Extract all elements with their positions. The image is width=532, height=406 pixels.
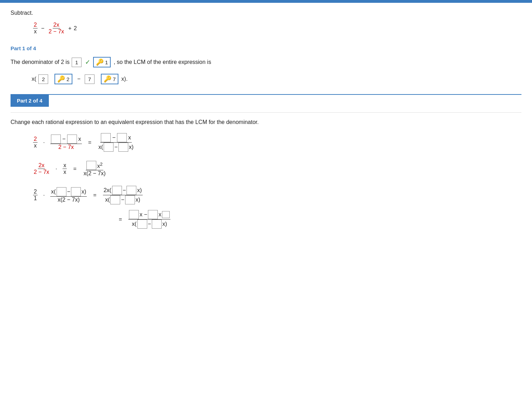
- row1-frac: 2 x: [33, 136, 38, 149]
- part1-label: Part 1 of 4: [11, 45, 521, 51]
- part2-section: Part 2 of 4 Change each rational express…: [11, 94, 521, 229]
- row4-rhs-den-prefix: x(: [132, 221, 136, 227]
- row2-equals: =: [73, 166, 76, 172]
- row3-equals: =: [93, 192, 96, 198]
- row3-mult-box2[interactable]: [71, 187, 81, 196]
- row3-rhs-den-minus: −: [121, 197, 124, 203]
- row1-rhs-den-prefix: x(: [98, 144, 103, 150]
- row3-rhs-minus: −: [123, 187, 126, 194]
- row2-rhs-box[interactable]: [86, 161, 96, 170]
- row1-frac-num: 2: [33, 136, 38, 143]
- row2-rhs-den: x(2 − 7x): [83, 170, 106, 177]
- row1-rhs-den-box1[interactable]: [104, 143, 113, 152]
- row4-rhs-box1[interactable]: [129, 210, 139, 219]
- row3-rhs-box2[interactable]: [126, 186, 136, 195]
- part2-divider: [11, 112, 521, 113]
- row4-rhs-den-box2[interactable]: [152, 220, 162, 229]
- row3-rhs-den-prefix: x(: [105, 197, 110, 203]
- lcm-suffix: x).: [121, 76, 128, 82]
- row2-frac-num: 2x: [38, 162, 45, 169]
- row3-mult-minus: −: [67, 189, 70, 195]
- row1-rhs-den-suffix: x): [129, 144, 134, 150]
- row4-rhs-x1: x −: [140, 211, 147, 218]
- term2-numerator: 2x: [53, 22, 60, 28]
- superscript-2: 2: [100, 162, 102, 167]
- row4-rhs-den-box1[interactable]: [137, 220, 147, 229]
- row3-rhs-prefix: 2x(: [104, 187, 111, 194]
- problem-expression: 2 x − 2x 2 − 7x + 2: [32, 22, 521, 35]
- row3-rhs-suffix: x): [137, 187, 142, 194]
- row3-dot: ·: [43, 192, 45, 198]
- part1-box2[interactable]: 2: [38, 74, 48, 84]
- row2-rhs-frac: x2 x(2 − 7x): [83, 161, 106, 177]
- part1-key-value2: 2: [66, 76, 69, 82]
- row3-mult-box1[interactable]: [57, 187, 66, 196]
- row4-rhs-exp-box[interactable]: [162, 211, 170, 218]
- row4-rhs-frac: x − x x( − x): [128, 210, 170, 229]
- part1-key-box3[interactable]: 🔑 7: [101, 74, 118, 84]
- lcm-minus: −: [77, 76, 80, 82]
- row1-mult-box2[interactable]: [67, 135, 77, 144]
- key-icon-3: 🔑: [104, 75, 111, 83]
- row1-mult-box1[interactable]: [51, 135, 61, 144]
- lcm-prefix: x(: [32, 76, 36, 82]
- part1-key-box1[interactable]: 🔑 1: [93, 57, 111, 67]
- row4-rhs-den-suffix: x): [162, 221, 167, 227]
- row3-mult-num: x( − x): [50, 187, 87, 197]
- row3-mult-suffix: x): [82, 189, 86, 195]
- row1-rhs-box1[interactable]: [101, 133, 111, 142]
- term2-denominator: 2 − 7x: [48, 28, 65, 35]
- part2-header: Part 2 of 4: [11, 95, 49, 107]
- row4-rhs-den-minus: −: [148, 221, 151, 227]
- part1-key-box2[interactable]: 🔑 2: [54, 74, 72, 84]
- part2-label: Part 2 of 4: [17, 98, 43, 104]
- key-icon-1: 🔑: [96, 58, 104, 66]
- row2-rhs-x2: x2: [97, 162, 102, 169]
- row3-mult-prefix: x(: [51, 189, 56, 195]
- top-bar: [0, 0, 532, 3]
- row1-rhs-x: x: [128, 135, 131, 141]
- row3-frac-num: 2: [33, 189, 38, 195]
- row3-rhs-den-box1[interactable]: [110, 195, 120, 204]
- term1-denominator: x: [33, 28, 37, 35]
- part1-box1[interactable]: 1: [72, 58, 82, 67]
- row3-rhs-box1[interactable]: [112, 186, 122, 195]
- row3-rhs-den-box2[interactable]: [125, 195, 135, 204]
- part1-box3[interactable]: 7: [85, 74, 95, 84]
- part1-text-before: The denominator of 2 is: [11, 59, 70, 65]
- row2-rhs-num: x2: [86, 161, 103, 170]
- part2-row3: 2 1 · x( − x) x(2 − 7x) = 2x( −: [32, 186, 521, 204]
- plus-operator: +: [68, 25, 71, 32]
- part2-row1: 2 x · − x 2 − 7x = − x: [32, 133, 521, 152]
- term1-numerator: 2: [33, 22, 38, 28]
- row1-mult-den: 2 − 7x: [58, 144, 74, 150]
- row1-rhs-minus: −: [112, 135, 115, 141]
- part1-text-after: , so the LCM of the entire expression is: [113, 59, 211, 65]
- row2-mult-frac: x x: [63, 162, 67, 175]
- row1-equals: =: [88, 139, 91, 146]
- row1-mult-minus: −: [62, 136, 65, 142]
- term3: 2: [74, 25, 77, 32]
- row4-equals: =: [119, 216, 122, 223]
- row1-mult-x: x: [78, 136, 81, 142]
- row4-rhs-num: x − x: [128, 210, 170, 220]
- key-icon-2: 🔑: [57, 75, 65, 83]
- instruction-text: Subtract.: [11, 10, 33, 16]
- row2-mult-num: x: [63, 162, 67, 169]
- row4-rhs-x2: x: [158, 211, 161, 218]
- row1-rhs-den: x( − x): [98, 143, 134, 152]
- row4-rhs-box2[interactable]: [148, 210, 158, 219]
- row2-frac: 2x 2 − 7x: [33, 162, 50, 175]
- part1-section: Part 1 of 4 The denominator of 2 is 1 ✓ …: [11, 45, 521, 84]
- row4-rhs-den: x( − x): [131, 220, 168, 229]
- row1-rhs-box2[interactable]: [117, 133, 127, 142]
- row3-mult-den: x(2 − 7x): [57, 197, 80, 203]
- part1-key-value3: 7: [113, 76, 116, 82]
- row1-rhs-den-box2[interactable]: [118, 143, 128, 152]
- part2-row2: 2x 2 − 7x · x x = x2 x(2 − 7x): [32, 161, 521, 177]
- row1-rhs-frac: − x x( − x): [98, 133, 134, 152]
- row1-rhs-num: − x: [100, 133, 131, 143]
- row1-mult-frac: − x 2 − 7x: [50, 135, 82, 150]
- row1-dot: ·: [43, 139, 45, 146]
- part1-lcm-line: x( 2 🔑 2 − 7 🔑 7 x).: [32, 74, 521, 84]
